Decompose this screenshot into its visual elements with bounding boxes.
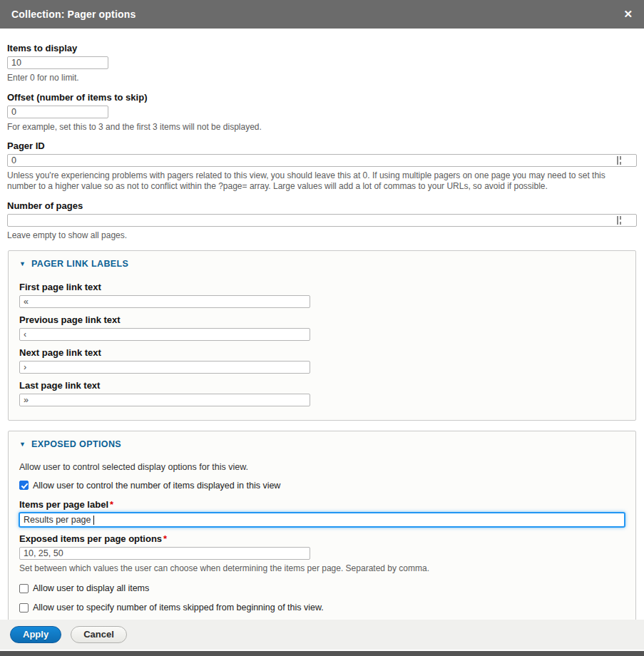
background-page-bar xyxy=(0,651,644,656)
offset-description: For example, set this to 3 and the first… xyxy=(7,122,635,133)
offset-input[interactable] xyxy=(7,106,108,118)
next-page-link-field: Next page link text xyxy=(19,347,625,374)
close-icon[interactable]: ✕ xyxy=(620,6,635,22)
pager-id-label: Pager ID xyxy=(7,140,637,152)
first-page-link-label: First page link text xyxy=(19,282,625,293)
exposed-options-intro: Allow user to control selected display o… xyxy=(19,462,625,473)
exposed-options-fieldset: ▼ EXPOSED OPTIONS Allow user to control … xyxy=(8,431,636,627)
pager-id-input-wrap xyxy=(7,154,637,167)
allow-offset-checkbox[interactable] xyxy=(19,603,29,613)
previous-page-link-label: Previous page link text xyxy=(19,314,625,326)
allow-items-checkbox[interactable] xyxy=(19,481,29,490)
last-page-link-field: Last page link text xyxy=(19,380,625,406)
text-cursor xyxy=(93,516,94,525)
exposed-items-options-label: Exposed items per page options* xyxy=(19,533,625,545)
exposed-items-options-label-text: Exposed items per page options xyxy=(19,533,162,544)
next-page-link-label: Next page link text xyxy=(19,347,625,359)
number-of-pages-description: Leave empty to show all pages. xyxy=(7,230,635,241)
first-page-link-input[interactable] xyxy=(19,295,310,308)
items-to-display-field: Items to display Enter 0 for no limit. xyxy=(7,43,637,83)
allow-offset-checkbox-label: Allow user to specify number of items sk… xyxy=(33,602,324,613)
next-page-link-input[interactable] xyxy=(19,361,310,374)
collapse-arrow-icon: ▼ xyxy=(19,441,26,448)
items-to-display-input[interactable] xyxy=(7,56,108,69)
number-of-pages-label: Number of pages xyxy=(7,200,637,212)
allow-items-checkbox-label: Allow user to control the number of item… xyxy=(33,480,280,491)
required-marker: * xyxy=(163,533,167,544)
pager-link-labels-legend-text: PAGER LINK LABELS xyxy=(31,259,128,269)
dialog-title: Collection: Pager options xyxy=(11,9,136,20)
exposed-items-options-description: Set between which values the user can ch… xyxy=(19,563,625,574)
offset-field: Offset (number of items to skip) For exa… xyxy=(7,92,637,133)
dialog-body: Items to display Enter 0 for no limit. O… xyxy=(0,29,644,656)
items-per-page-label-text: Items per page label xyxy=(19,499,108,510)
last-page-link-input[interactable] xyxy=(19,394,310,406)
items-to-display-description: Enter 0 for no limit. xyxy=(7,73,635,83)
pager-id-field: Pager ID Unless you're experiencing prob… xyxy=(7,140,637,191)
exposed-options-legend-text: EXPOSED OPTIONS xyxy=(31,439,121,449)
allow-all-checkbox[interactable] xyxy=(19,584,29,593)
previous-page-link-input[interactable] xyxy=(19,328,310,341)
items-per-page-label-field: Items per page label* xyxy=(19,499,625,527)
items-per-page-input-wrap xyxy=(19,513,625,527)
pager-link-labels-legend[interactable]: ▼ PAGER LINK LABELS xyxy=(19,259,625,269)
collapse-arrow-icon: ▼ xyxy=(19,261,26,267)
pager-link-labels-fieldset: ▼ PAGER LINK LABELS First page link text… xyxy=(8,250,636,421)
allow-all-checkbox-row[interactable]: Allow user to display all items xyxy=(19,583,625,594)
allow-all-checkbox-label: Allow user to display all items xyxy=(33,583,149,594)
exposed-options-legend[interactable]: ▼ EXPOSED OPTIONS xyxy=(19,439,625,449)
allow-offset-checkbox-row[interactable]: Allow user to specify number of items sk… xyxy=(19,602,625,613)
pager-id-input[interactable] xyxy=(7,154,637,167)
pager-options-dialog: Collection: Pager options ✕ Items to dis… xyxy=(0,0,644,656)
first-page-link-field: First page link text xyxy=(19,282,625,308)
last-page-link-label: Last page link text xyxy=(19,380,625,391)
number-of-pages-input-wrap xyxy=(7,214,637,227)
offset-label: Offset (number of items to skip) xyxy=(7,92,637,103)
number-of-pages-input[interactable] xyxy=(7,214,637,227)
pager-id-description: Unless you're experiencing problems with… xyxy=(7,170,635,191)
items-to-display-label: Items to display xyxy=(7,43,637,54)
dialog-footer: Apply Cancel xyxy=(0,620,644,650)
exposed-items-options-input[interactable] xyxy=(19,547,310,560)
number-of-pages-field: Number of pages Leave empty to show all … xyxy=(7,200,637,241)
items-per-page-label-label: Items per page label* xyxy=(19,499,625,511)
items-per-page-label-input[interactable] xyxy=(19,513,625,527)
cancel-button[interactable]: Cancel xyxy=(71,626,127,643)
dialog-header[interactable]: Collection: Pager options ✕ xyxy=(0,0,644,29)
apply-button[interactable]: Apply xyxy=(10,626,61,643)
allow-items-checkbox-row[interactable]: Allow user to control the number of item… xyxy=(19,480,625,491)
previous-page-link-field: Previous page link text xyxy=(19,314,625,341)
exposed-items-options-field: Exposed items per page options* Set betw… xyxy=(19,533,625,574)
required-marker: * xyxy=(110,499,113,510)
